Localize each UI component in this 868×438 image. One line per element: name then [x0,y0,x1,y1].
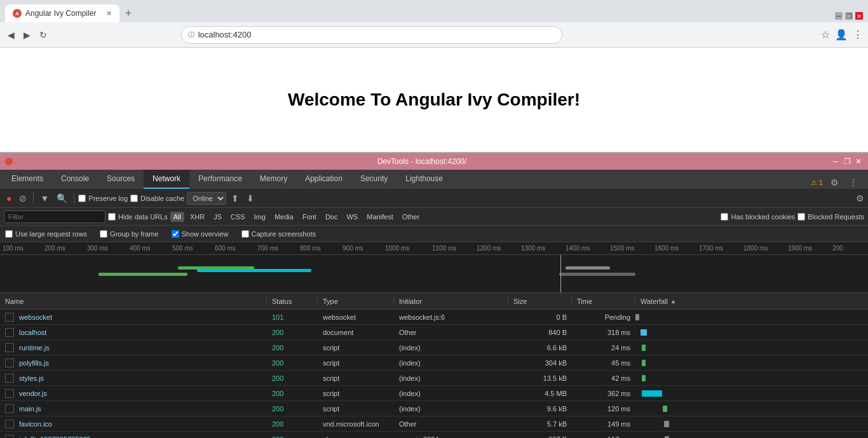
devtools-close-button[interactable]: ✕ [854,157,863,166]
col-size[interactable]: Size [508,298,572,305]
tab-security[interactable]: Security [351,170,397,189]
col-initiator[interactable]: Initiator [394,298,508,305]
disable-cache-checkbox[interactable]: Disable cache [130,195,184,202]
filter-img-button[interactable]: Img [251,212,269,222]
account-button[interactable]: 👤 [835,29,848,41]
col-type[interactable]: Type [318,298,394,305]
new-tab-button[interactable]: + [119,4,137,22]
forward-button[interactable]: ▶ [21,27,33,43]
table-row[interactable]: favicon.ico 200 vnd.microsoft.icon Other… [0,416,868,432]
devtools-settings-button[interactable]: ⚙ [828,176,841,189]
large-rows-option[interactable]: Use large request rows [5,230,87,238]
hide-data-urls-input[interactable] [108,213,116,221]
throttle-select[interactable]: Online [187,192,226,205]
tab-console[interactable]: Console [52,170,98,189]
tab-application[interactable]: Application [296,170,351,189]
tab-performance[interactable]: Performance [189,170,251,189]
search-button[interactable]: 🔍 [54,192,70,205]
blocked-requests-checkbox[interactable]: Blocked Requests [797,213,864,221]
table-row[interactable]: vendor.js 200 script (index) 4.5 MB 362 … [0,386,868,401]
cell-initiator[interactable]: (index) [394,374,508,382]
row-checkbox[interactable] [5,328,14,337]
devtools-more-button[interactable]: ⋮ [846,176,860,189]
preserve-log-checkbox[interactable]: Preserve log [78,195,128,202]
preserve-log-input[interactable] [78,195,86,202]
row-checkbox[interactable] [5,359,14,367]
back-button[interactable]: ◀ [5,27,17,43]
table-row[interactable]: main.js 200 script (index) 9.6 kB 120 ms [0,401,868,416]
devtools-restore-button[interactable]: ❐ [843,157,851,166]
cell-time: 362 ms [572,390,635,397]
refresh-button[interactable]: ↻ [37,27,50,43]
hide-data-urls-checkbox[interactable]: Hide data URLs [108,213,168,221]
cell-initiator[interactable]: websocket.js:6 [394,313,508,321]
clear-button[interactable]: ⊘ [17,192,29,205]
filter-ws-button[interactable]: WS [343,212,361,222]
show-overview-option[interactable]: Show overview [172,230,229,238]
record-button[interactable]: ● [4,192,14,205]
col-name[interactable]: Name [0,298,267,305]
group-by-frame-input[interactable] [100,230,107,238]
row-checkbox[interactable] [5,343,14,352]
row-checkbox[interactable] [5,435,14,438]
bookmark-button[interactable]: ☆ [821,29,830,41]
minimize-button[interactable]: ─ [835,12,843,20]
cell-initiator[interactable]: (index) [394,344,508,352]
filter-input[interactable] [4,210,105,223]
export-button[interactable]: ⬇ [244,192,257,205]
blocked-cookies-input[interactable] [721,213,728,221]
filter-css-button[interactable]: CSS [227,212,248,222]
blocked-cookies-checkbox[interactable]: Has blocked cookies [721,213,795,221]
filter-manifest-button[interactable]: Manifest [363,212,397,222]
large-rows-input[interactable] [5,230,13,238]
group-by-frame-option[interactable]: Group by frame [100,230,158,238]
filter-media-button[interactable]: Media [271,212,297,222]
row-checkbox[interactable] [5,374,14,383]
table-row[interactable]: polyfills.js 200 script (index) 304 kB 4… [0,355,868,371]
tab-elements[interactable]: Elements [3,170,52,189]
tab-close-button[interactable]: ✕ [106,10,112,18]
row-checkbox[interactable] [5,420,14,428]
row-checkbox[interactable] [5,313,14,322]
tab-memory[interactable]: Memory [251,170,296,189]
close-button[interactable]: ✕ [855,12,863,20]
disable-cache-input[interactable] [130,195,138,202]
browser-tab[interactable]: A Angular Ivy Compiler ✕ [5,4,119,22]
filter-font-button[interactable]: Font [299,212,320,222]
table-row[interactable]: styles.js 200 script (index) 13.5 kB 42 … [0,371,868,386]
filter-toggle-button[interactable]: ▼ [37,192,51,205]
waterfall-bar [635,314,639,320]
network-settings-button[interactable]: ⚙ [856,193,864,203]
capture-screenshots-input[interactable] [241,230,249,238]
filter-js-button[interactable]: JS [210,212,225,222]
col-time[interactable]: Time [572,298,635,305]
cell-initiator[interactable]: (index) [394,359,508,367]
tab-lighthouse[interactable]: Lighthouse [397,170,452,189]
cell-initiator[interactable]: (index) [394,390,508,397]
show-overview-input[interactable] [172,230,179,238]
table-row[interactable]: websocket 101 websocket websocket.js:6 0… [0,310,868,325]
table-row[interactable]: runtime.js 200 script (index) 6.6 kB 24 … [0,340,868,355]
filter-xhr-button[interactable]: XHR [187,212,208,222]
filter-other-button[interactable]: Other [399,212,423,222]
menu-button[interactable]: ⋮ [853,29,863,41]
table-row[interactable]: info?t=1597295785025 200 xhr zone.js:332… [0,432,868,438]
filter-all-button[interactable]: All [170,212,184,222]
cell-initiator[interactable]: (index) [394,405,508,413]
import-button[interactable]: ⬆ [229,192,241,205]
table-row[interactable]: localhost 200 document Other 840 B 318 m… [0,325,868,340]
address-bar[interactable]: ⓘ localhost:4200 [181,26,562,44]
capture-screenshots-option[interactable]: Capture screenshots [241,230,316,238]
filter-doc-button[interactable]: Doc [322,212,341,222]
tab-sources[interactable]: Sources [98,170,144,189]
tab-network[interactable]: Network [144,170,189,189]
row-checkbox[interactable] [5,404,14,413]
restore-button[interactable]: ❐ [845,12,853,20]
devtools-minimize-button[interactable]: ─ [831,157,840,166]
col-status[interactable]: Status [267,298,318,305]
col-waterfall[interactable]: Waterfall ▲ [635,298,868,305]
row-checkbox[interactable] [5,389,14,398]
network-table[interactable]: Name Status Type Initiator Size [0,293,868,438]
blocked-requests-input[interactable] [797,213,805,221]
cell-initiator[interactable]: zone.js:3324 [394,435,508,438]
